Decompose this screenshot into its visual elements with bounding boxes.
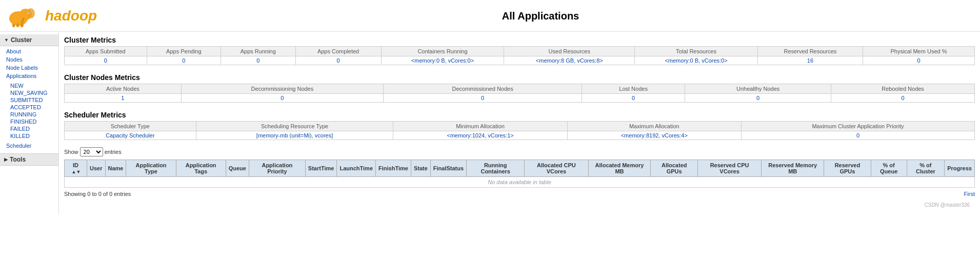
sidebar-item-scheduler[interactable]: Scheduler xyxy=(0,142,58,150)
hadoop-logo-svg xyxy=(4,4,45,27)
col-reserved-memory-label: Reserved Memory MB xyxy=(768,162,817,174)
col-start-time[interactable]: StartTime xyxy=(305,160,337,177)
col-application-priority[interactable]: Application Priority xyxy=(249,160,305,177)
sm-col-max-allocation: Maximum Allocation xyxy=(567,122,741,131)
col-reserved-gpus[interactable]: Reserved GPUs xyxy=(824,160,871,177)
cnm-val-decommissioning: 0 xyxy=(181,94,383,103)
cm-col-used-resources: Used Resources xyxy=(504,47,635,56)
sidebar-scheduler-link-wrapper: Scheduler xyxy=(0,141,58,151)
cm-col-containers-running: Containers Running xyxy=(381,47,504,56)
sm-col-scheduling-resource-type: Scheduling Resource Type xyxy=(196,122,393,131)
col-finish-time-label: FinishTime xyxy=(378,165,408,171)
sidebar-tools-header[interactable]: Tools xyxy=(0,153,58,166)
svg-rect-5 xyxy=(12,24,15,27)
sidebar-item-nodelabels[interactable]: Node Labels xyxy=(0,64,58,72)
col-application-tags[interactable]: Application Tags xyxy=(176,160,226,177)
col-launch-time-label: LaunchTime xyxy=(339,165,373,171)
sm-val-scheduler-type: Capacity Scheduler xyxy=(65,131,196,140)
cnm-val-active: 1 xyxy=(65,94,182,103)
col-name-label: Name xyxy=(108,165,124,171)
sidebar-item-accepted[interactable]: ACCEPTED xyxy=(4,104,58,111)
col-name[interactable]: Name xyxy=(105,160,126,177)
logo-text: hadoop xyxy=(45,8,97,24)
col-pct-cluster[interactable]: % of Cluster xyxy=(907,160,945,177)
col-finish-time[interactable]: FinishTime xyxy=(376,160,411,177)
sidebar-item-new-saving[interactable]: NEW_SAVING xyxy=(4,89,58,96)
sidebar-item-applications[interactable]: Applications xyxy=(0,72,58,80)
cnm-val-lost: 0 xyxy=(582,94,685,103)
col-final-status-label: FinalStatus xyxy=(433,165,464,171)
col-state[interactable]: State xyxy=(411,160,430,177)
col-allocated-memory[interactable]: Allocated Memory MB xyxy=(588,160,651,177)
col-reserved-cpu[interactable]: Reserved CPU VCores xyxy=(697,160,761,177)
showing-label: Showing 0 to 0 of 0 entries xyxy=(64,191,131,197)
svg-rect-7 xyxy=(21,24,23,27)
page-title: All Applications xyxy=(101,5,980,26)
entries-select[interactable]: 10 20 25 50 100 xyxy=(80,147,103,156)
sm-col-scheduler-type: Scheduler Type xyxy=(65,122,196,131)
cm-col-reserved-resources: Reserved Resources xyxy=(757,47,863,56)
first-label[interactable]: First xyxy=(964,191,975,197)
col-launch-time[interactable]: LaunchTime xyxy=(337,160,376,177)
sidebar-item-failed[interactable]: FAILED xyxy=(4,125,58,132)
sidebar-item-killed[interactable]: KILLED xyxy=(4,132,58,140)
col-running-containers[interactable]: Running Containers xyxy=(467,160,525,177)
sidebar-item-about[interactable]: About xyxy=(0,47,58,55)
col-id[interactable]: ID ▲▼ xyxy=(65,160,87,177)
sidebar-item-submitted[interactable]: SUBMITTED xyxy=(4,96,58,104)
cluster-nodes-metrics-title: Cluster Nodes Metrics xyxy=(64,69,975,84)
no-data-row: No data available in table xyxy=(65,177,975,188)
col-queue[interactable]: Queue xyxy=(226,160,249,177)
col-application-type[interactable]: Application Type xyxy=(126,160,176,177)
sidebar-links: About Nodes Node Labels Applications xyxy=(0,46,58,81)
col-pct-cluster-label: % of Cluster xyxy=(916,162,935,174)
sidebar-item-finished[interactable]: FINISHED xyxy=(4,118,58,125)
col-running-containers-label: Running Containers xyxy=(481,162,510,174)
cm-val-reserved-resources: 16 xyxy=(757,56,863,65)
col-pct-queue[interactable]: % of Queue xyxy=(871,160,907,177)
col-progress-label: Progress xyxy=(947,165,972,171)
apps-table: ID ▲▼ User Name Application Type Applica… xyxy=(64,160,975,188)
col-id-label: ID xyxy=(73,162,78,168)
sidebar-item-new[interactable]: NEW xyxy=(4,82,58,89)
col-progress[interactable]: Progress xyxy=(945,160,975,177)
col-state-label: State xyxy=(414,165,428,171)
svg-point-4 xyxy=(28,12,29,13)
svg-rect-6 xyxy=(16,24,19,27)
col-application-priority-label: Application Priority xyxy=(262,162,292,174)
apps-table-wrapper: ID ▲▼ User Name Application Type Applica… xyxy=(64,160,975,188)
col-application-type-label: Application Type xyxy=(136,162,167,174)
main-layout: Cluster About Nodes Node Labels Applicat… xyxy=(0,32,980,215)
col-reserved-cpu-label: Reserved CPU VCores xyxy=(710,162,749,174)
col-application-tags-label: Application Tags xyxy=(186,162,216,174)
cnm-val-unhealthy: 0 xyxy=(685,94,831,103)
cluster-nodes-metrics-table: Active Nodes Decommissioning Nodes Decom… xyxy=(64,84,975,103)
sm-col-min-allocation: Minimum Allocation xyxy=(393,122,567,131)
cm-col-apps-submitted: Apps Submitted xyxy=(65,47,147,56)
col-user[interactable]: User xyxy=(87,160,105,177)
scheduler-metrics-table: Scheduler Type Scheduling Resource Type … xyxy=(64,121,975,140)
cnm-col-active: Active Nodes xyxy=(65,84,182,94)
col-allocated-cpu[interactable]: Allocated CPU VCores xyxy=(525,160,588,177)
cnm-col-lost: Lost Nodes xyxy=(582,84,685,94)
sidebar-app-sublinks: NEW NEW_SAVING SUBMITTED ACCEPTED RUNNIN… xyxy=(0,81,58,141)
col-allocated-memory-label: Allocated Memory MB xyxy=(595,162,644,174)
sm-val-max-priority: 0 xyxy=(741,131,974,140)
sidebar-item-running[interactable]: RUNNING xyxy=(4,111,58,118)
sidebar-tools-label: Tools xyxy=(10,156,26,163)
col-allocated-gpus[interactable]: Allocated GPUs xyxy=(651,160,698,177)
cm-col-apps-pending: Apps Pending xyxy=(147,47,221,56)
cm-val-physical-mem: 0 xyxy=(863,56,974,65)
sidebar-cluster-header[interactable]: Cluster xyxy=(0,34,58,46)
col-final-status[interactable]: FinalStatus xyxy=(430,160,466,177)
cm-col-total-resources: Total Resources xyxy=(635,47,758,56)
cnm-col-rebooted: Rebooted Nodes xyxy=(831,84,975,94)
cluster-metrics-title: Cluster Metrics xyxy=(64,32,975,46)
sm-val-scheduling-resource-type: [memory-mb (unit=Mi), vcores] xyxy=(196,131,393,140)
col-reserved-memory[interactable]: Reserved Memory MB xyxy=(762,160,824,177)
cnm-col-unhealthy: Unhealthy Nodes xyxy=(685,84,831,94)
cm-col-apps-completed: Apps Completed xyxy=(295,47,381,56)
cm-val-apps-pending: 0 xyxy=(147,56,221,65)
col-allocated-cpu-label: Allocated CPU VCores xyxy=(537,162,576,174)
sidebar-item-nodes[interactable]: Nodes xyxy=(0,55,58,64)
